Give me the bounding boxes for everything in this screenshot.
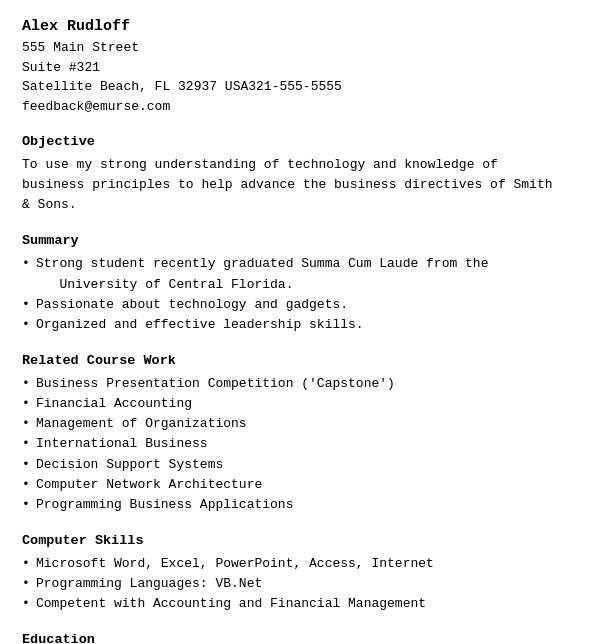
list-item: Computer Network Architecture: [22, 475, 568, 495]
objective-text: To use my strong understanding of techno…: [22, 155, 568, 215]
objective-section: Objective To use my strong understanding…: [22, 134, 568, 215]
computer-skills-section: Computer Skills Microsoft Word, Excel, P…: [22, 533, 568, 614]
list-item: Business Presentation Competition ('Caps…: [22, 374, 568, 394]
summary-list: Strong student recently graduated Summa …: [22, 254, 568, 335]
coursework-section: Related Course Work Business Presentatio…: [22, 353, 568, 515]
coursework-title: Related Course Work: [22, 353, 568, 368]
list-item: Programming Business Applications: [22, 495, 568, 515]
list-item: Programming Languages: VB.Net: [22, 574, 568, 594]
list-item: Decision Support Systems: [22, 455, 568, 475]
education-section: Education BSBA, Management Information S…: [22, 632, 568, 644]
address-line3: Satellite Beach, FL 32937 USA321-555-555…: [22, 77, 568, 97]
applicant-name: Alex Rudloff: [22, 18, 568, 35]
header: Alex Rudloff 555 Main Street Suite #321 …: [22, 18, 568, 116]
list-item: Financial Accounting: [22, 394, 568, 414]
list-item: Passionate about technology and gadgets.: [22, 295, 568, 315]
list-item: International Business: [22, 434, 568, 454]
computer-skills-title: Computer Skills: [22, 533, 568, 548]
coursework-list: Business Presentation Competition ('Caps…: [22, 374, 568, 515]
list-item: Microsoft Word, Excel, PowerPoint, Acces…: [22, 554, 568, 574]
list-item: Competent with Accounting and Financial …: [22, 594, 568, 614]
education-title: Education: [22, 632, 568, 644]
list-item: Strong student recently graduated Summa …: [22, 254, 568, 294]
computer-skills-list: Microsoft Word, Excel, PowerPoint, Acces…: [22, 554, 568, 614]
summary-section: Summary Strong student recently graduate…: [22, 233, 568, 335]
list-item: Organized and effective leadership skill…: [22, 315, 568, 335]
summary-title: Summary: [22, 233, 568, 248]
email: feedback@emurse.com: [22, 97, 568, 117]
objective-title: Objective: [22, 134, 568, 149]
address-line1: 555 Main Street: [22, 38, 568, 58]
list-item: Management of Organizations: [22, 414, 568, 434]
address-line2: Suite #321: [22, 58, 568, 78]
